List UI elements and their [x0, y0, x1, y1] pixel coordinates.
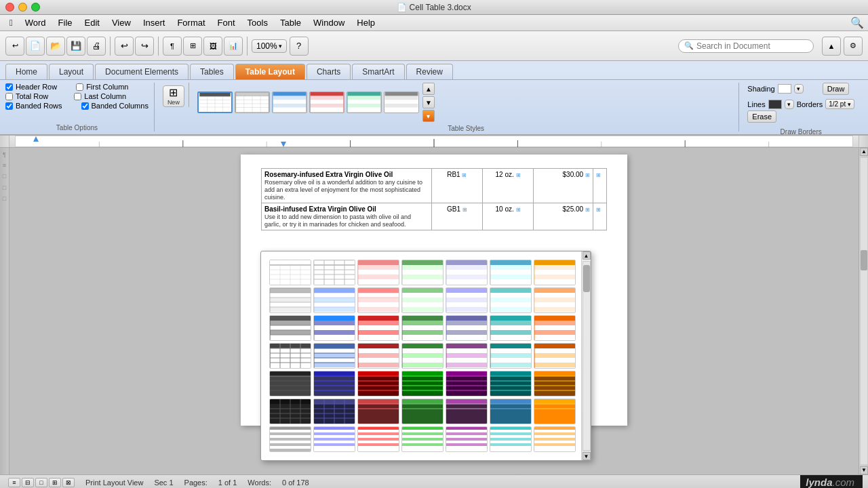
- back-button[interactable]: ↩: [5, 37, 24, 56]
- total-row-checkbox[interactable]: [5, 93, 13, 100]
- dropdown-style-item[interactable]: [401, 343, 443, 369]
- code-cell-1[interactable]: RB1 ⊞: [431, 169, 482, 203]
- dropdown-style-item[interactable]: [357, 371, 399, 396]
- save-button[interactable]: 💾: [66, 37, 85, 56]
- scroll-up-btn[interactable]: ▲: [583, 251, 591, 260]
- new-style-button[interactable]: ⊞ New: [163, 85, 184, 107]
- close-button[interactable]: [5, 3, 14, 12]
- erase-button[interactable]: Erase: [747, 110, 776, 123]
- dropdown-style-item[interactable]: [313, 426, 355, 452]
- expand-btn[interactable]: ⚙: [844, 37, 863, 56]
- dropdown-style-item[interactable]: [446, 260, 488, 285]
- dropdown-style-item[interactable]: [269, 343, 311, 369]
- search-icon[interactable]: 🔍: [850, 17, 864, 28]
- maximize-button[interactable]: [31, 3, 40, 12]
- tab-smartart[interactable]: SmartArt: [352, 64, 404, 79]
- dropdown-style-item[interactable]: [401, 315, 443, 341]
- view-btn-1[interactable]: ≡: [8, 478, 20, 487]
- tab-review[interactable]: Review: [406, 64, 453, 79]
- shading-color[interactable]: [778, 84, 791, 94]
- menu-edit[interactable]: Edit: [79, 16, 105, 29]
- dropdown-style-item[interactable]: [269, 315, 311, 341]
- style-thumb-4[interactable]: [309, 92, 344, 113]
- menu-tools[interactable]: Tools: [242, 16, 273, 29]
- draw-button[interactable]: Draw: [823, 83, 850, 95]
- dropdown-style-item[interactable]: [269, 426, 311, 452]
- banded-rows-checkbox[interactable]: [5, 102, 13, 110]
- dropdown-style-item[interactable]: [269, 260, 311, 285]
- dropdown-style-item[interactable]: [357, 260, 399, 285]
- price-cell-2[interactable]: $25.00 ⊞: [534, 203, 593, 230]
- zoom-control[interactable]: 100% ▾: [252, 39, 287, 53]
- dropdown-style-item[interactable]: [490, 399, 532, 424]
- undo-button[interactable]: ↩: [115, 37, 134, 56]
- dropdown-style-item[interactable]: [490, 260, 532, 285]
- tab-layout[interactable]: Layout: [49, 64, 94, 79]
- dropdown-style-item[interactable]: [446, 399, 488, 424]
- lines-dropdown[interactable]: ▾: [785, 100, 794, 109]
- vertical-scrollbar[interactable]: ▲ ▼: [859, 148, 868, 474]
- dropdown-style-item[interactable]: [446, 371, 488, 396]
- menu-word[interactable]: Word: [20, 16, 52, 29]
- view-btn-3[interactable]: □: [35, 478, 47, 487]
- menu-apple[interactable]: : [4, 16, 18, 29]
- menu-window[interactable]: Window: [308, 16, 350, 29]
- redo-button[interactable]: ↪: [135, 37, 154, 56]
- dropdown-style-item[interactable]: [313, 371, 355, 396]
- dropdown-style-item[interactable]: [446, 426, 488, 452]
- price-cell-1[interactable]: $30.00 ⊞: [534, 169, 593, 203]
- size-cell-1[interactable]: 12 oz. ⊞: [482, 169, 533, 203]
- dropdown-style-item[interactable]: [313, 260, 355, 285]
- help-btn[interactable]: ?: [290, 37, 309, 56]
- dropdown-scrollbar[interactable]: ▲ ▼: [581, 251, 591, 460]
- style-thumb-5[interactable]: [347, 92, 382, 113]
- menu-font[interactable]: Font: [212, 16, 241, 29]
- open-button[interactable]: 📂: [46, 37, 65, 56]
- dropdown-style-item[interactable]: [401, 426, 443, 452]
- dropdown-style-item[interactable]: [313, 315, 355, 341]
- thickness-dropdown[interactable]: ▾: [848, 101, 851, 108]
- new-button[interactable]: 📄: [26, 37, 45, 56]
- styles-scroll-down[interactable]: ▼: [422, 96, 435, 108]
- dropdown-style-item[interactable]: [357, 399, 399, 424]
- header-row-checkbox[interactable]: [5, 83, 13, 91]
- dropdown-style-item[interactable]: [534, 343, 576, 369]
- scroll-up-doc[interactable]: ▲: [860, 148, 868, 156]
- menu-file[interactable]: File: [53, 16, 78, 29]
- dropdown-style-item[interactable]: [534, 426, 576, 452]
- dropdown-style-item[interactable]: [269, 399, 311, 424]
- tab-table-layout[interactable]: Table Layout: [235, 64, 305, 79]
- tab-doc-elements[interactable]: Document Elements: [95, 64, 189, 79]
- dropdown-style-item[interactable]: [446, 287, 488, 313]
- dropdown-style-item[interactable]: [401, 287, 443, 313]
- menu-help[interactable]: Help: [351, 16, 380, 29]
- menu-view[interactable]: View: [106, 16, 136, 29]
- dropdown-style-item[interactable]: [446, 315, 488, 341]
- dropdown-style-item[interactable]: [534, 287, 576, 313]
- menu-insert[interactable]: Insert: [138, 16, 171, 29]
- last-column-checkbox[interactable]: [74, 93, 81, 100]
- table-btn[interactable]: ⊞: [183, 37, 202, 56]
- tab-tables[interactable]: Tables: [190, 64, 234, 79]
- dropdown-style-item[interactable]: [490, 426, 532, 452]
- dropdown-style-item[interactable]: [401, 371, 443, 396]
- dropdown-style-item[interactable]: [446, 343, 488, 369]
- dropdown-style-item[interactable]: [313, 287, 355, 313]
- line-thickness[interactable]: 1/2 pt ▾: [825, 99, 854, 109]
- dropdown-style-item[interactable]: [534, 371, 576, 396]
- collapse-btn[interactable]: ▲: [822, 37, 841, 56]
- dropdown-style-item[interactable]: [357, 287, 399, 313]
- dropdown-style-item[interactable]: [490, 287, 532, 313]
- product-cell-1[interactable]: Rosemary-infused Extra Virgin Olive Oil …: [262, 169, 432, 203]
- tab-charts[interactable]: Charts: [307, 64, 351, 79]
- dropdown-style-item[interactable]: [534, 260, 576, 285]
- size-cell-2[interactable]: 10 oz. ⊞: [482, 203, 533, 230]
- scroll-down-doc[interactable]: ▼: [860, 466, 868, 474]
- dropdown-style-item[interactable]: [534, 399, 576, 424]
- style-thumb-2[interactable]: [235, 92, 270, 113]
- zoom-dropdown-icon[interactable]: ▾: [279, 43, 282, 49]
- banded-columns-checkbox[interactable]: [81, 102, 89, 110]
- media-btn[interactable]: 🖼: [203, 37, 222, 56]
- dropdown-style-item[interactable]: [357, 315, 399, 341]
- format-btn[interactable]: ¶: [163, 37, 182, 56]
